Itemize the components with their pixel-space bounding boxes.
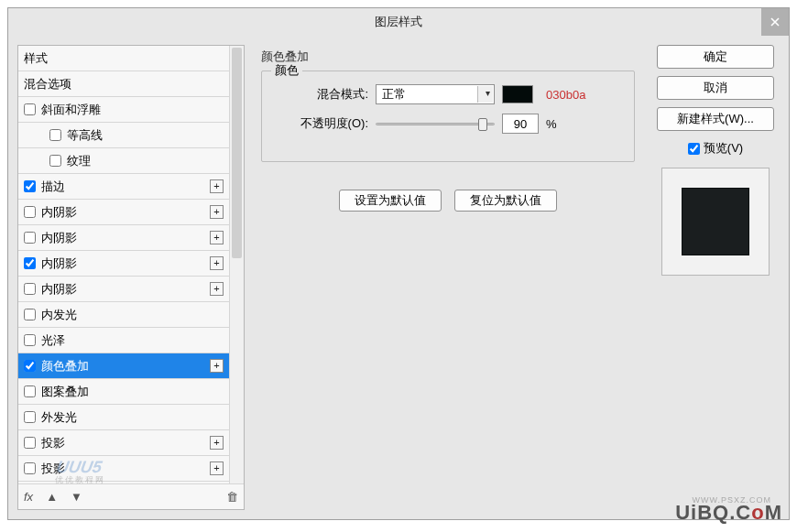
set-default-button[interactable]: 设置为默认值 (339, 190, 442, 212)
style-checkbox[interactable] (24, 309, 36, 320)
style-checkbox[interactable] (24, 411, 36, 423)
opacity-unit: % (546, 117, 557, 131)
opacity-row: 不透明度(O): % (277, 114, 619, 134)
style-row[interactable]: 纹理 (18, 148, 229, 174)
style-row[interactable]: 描边+ (18, 174, 229, 200)
style-label: 内阴影 (41, 230, 77, 246)
section-title: 颜色叠加 (261, 49, 635, 65)
style-row[interactable]: 内阴影+ (18, 277, 229, 302)
style-label: 投影 (41, 435, 65, 451)
style-label: 描边 (41, 179, 65, 195)
style-label: 内阴影 (41, 281, 77, 298)
styles-header[interactable]: 样式 (18, 46, 229, 71)
watermark-uibq: UiBQ.CoM (675, 501, 782, 525)
style-checkbox[interactable] (24, 257, 36, 269)
style-row[interactable]: 内发光 (18, 302, 229, 328)
style-row[interactable]: 等高线 (18, 123, 229, 148)
style-label: 图案叠加 (41, 384, 89, 400)
add-effect-icon[interactable]: + (210, 231, 224, 244)
arrow-up-icon[interactable]: ▲ (46, 490, 58, 504)
style-row[interactable]: 外发光 (18, 405, 229, 430)
style-row[interactable]: 投影+ (18, 456, 229, 482)
ok-button[interactable]: 确定 (657, 45, 774, 69)
preview-checkbox[interactable] (688, 143, 700, 155)
add-effect-icon[interactable]: + (210, 205, 224, 219)
add-effect-icon[interactable]: + (210, 256, 224, 270)
style-row[interactable]: 投影+ (18, 430, 229, 456)
style-row[interactable]: 内阴影+ (18, 225, 229, 251)
style-checkbox[interactable] (49, 129, 61, 141)
reset-default-button[interactable]: 复位为默认值 (454, 190, 557, 212)
style-row[interactable]: 内阴影+ (18, 251, 229, 277)
right-panel: 确定 取消 新建样式(W)... 预览(V) (651, 45, 780, 510)
color-swatch[interactable] (502, 85, 533, 103)
styles-panel: 样式 混合选项 斜面和浮雕等高线纹理描边+内阴影+内阴影+内阴影+内阴影+内发光… (17, 45, 245, 510)
opacity-input[interactable] (502, 114, 539, 134)
style-checkbox[interactable] (24, 283, 36, 295)
style-label: 内阴影 (41, 255, 77, 272)
fieldset-legend: 颜色 (271, 62, 302, 79)
close-button[interactable] (761, 8, 789, 36)
titlebar: 图层样式 (8, 8, 789, 36)
blend-options-row[interactable]: 混合选项 (18, 71, 229, 97)
blend-mode-label: 混合模式: (277, 86, 368, 103)
style-label: 斜面和浮雕 (41, 102, 101, 118)
style-checkbox[interactable] (24, 103, 36, 115)
add-effect-icon[interactable]: + (210, 282, 224, 296)
style-checkbox[interactable] (24, 385, 36, 397)
arrow-down-icon[interactable]: ▼ (71, 490, 82, 504)
add-effect-icon[interactable]: + (210, 436, 224, 450)
style-label: 内阴影 (41, 204, 77, 221)
color-hex: 030b0a (546, 88, 585, 102)
style-label: 纹理 (67, 153, 91, 169)
style-checkbox[interactable] (24, 206, 36, 218)
add-effect-icon[interactable]: + (210, 359, 224, 373)
style-checkbox[interactable] (49, 155, 61, 167)
opacity-slider[interactable] (376, 115, 495, 132)
default-buttons: 设置为默认值 复位为默认值 (261, 190, 635, 212)
preview-swatch (682, 188, 749, 255)
close-icon (770, 17, 780, 27)
style-label: 光泽 (41, 332, 65, 349)
styles-footer: fx ▲ ▼ 🗑 (18, 483, 244, 509)
style-checkbox[interactable] (24, 360, 36, 372)
style-checkbox[interactable] (24, 462, 36, 474)
fx-icon[interactable]: fx (24, 490, 33, 504)
style-row[interactable]: 斜面和浮雕 (18, 97, 229, 123)
style-label: 投影 (41, 461, 65, 477)
preview-checkbox-label[interactable]: 预览(V) (688, 140, 743, 157)
settings-panel: 颜色叠加 颜色 混合模式: 正常 030b0a 不透明度(O): % (254, 45, 642, 510)
opacity-slider-thumb[interactable] (478, 118, 487, 131)
opacity-label: 不透明度(O): (277, 115, 368, 132)
style-checkbox[interactable] (24, 180, 36, 192)
style-checkbox[interactable] (24, 334, 36, 346)
style-label: 颜色叠加 (41, 358, 89, 375)
color-fieldset: 颜色 混合模式: 正常 030b0a 不透明度(O): % (261, 71, 635, 162)
add-effect-icon[interactable]: + (210, 461, 224, 475)
blend-mode-row: 混合模式: 正常 030b0a (277, 84, 619, 104)
style-row[interactable]: 图案叠加 (18, 379, 229, 405)
preview-box (661, 168, 770, 276)
dialog-title: 图层样式 (375, 14, 422, 30)
style-label: 外发光 (41, 409, 77, 426)
style-label: 内发光 (41, 307, 77, 323)
blend-mode-select[interactable]: 正常 (376, 84, 495, 104)
style-label: 等高线 (67, 127, 103, 144)
scrollbar[interactable] (229, 46, 244, 483)
add-effect-icon[interactable]: + (210, 179, 224, 193)
dialog-body: 样式 混合选项 斜面和浮雕等高线纹理描边+内阴影+内阴影+内阴影+内阴影+内发光… (8, 36, 789, 519)
style-row[interactable]: 光泽 (18, 328, 229, 353)
style-row[interactable]: 投影+ (18, 482, 229, 483)
style-row[interactable]: 内阴影+ (18, 200, 229, 225)
style-checkbox[interactable] (24, 232, 36, 244)
styles-list: 样式 混合选项 斜面和浮雕等高线纹理描边+内阴影+内阴影+内阴影+内阴影+内发光… (18, 46, 244, 483)
layer-style-dialog: 图层样式 样式 混合选项 斜面和浮雕等高线纹理描边+内阴影+内阴影+内阴影+内阴… (7, 7, 790, 520)
trash-icon[interactable]: 🗑 (226, 490, 238, 504)
scrollbar-thumb[interactable] (232, 48, 242, 258)
new-style-button[interactable]: 新建样式(W)... (657, 107, 774, 131)
style-checkbox[interactable] (24, 437, 36, 449)
cancel-button[interactable]: 取消 (657, 76, 774, 100)
style-row[interactable]: 颜色叠加+ (18, 353, 229, 379)
